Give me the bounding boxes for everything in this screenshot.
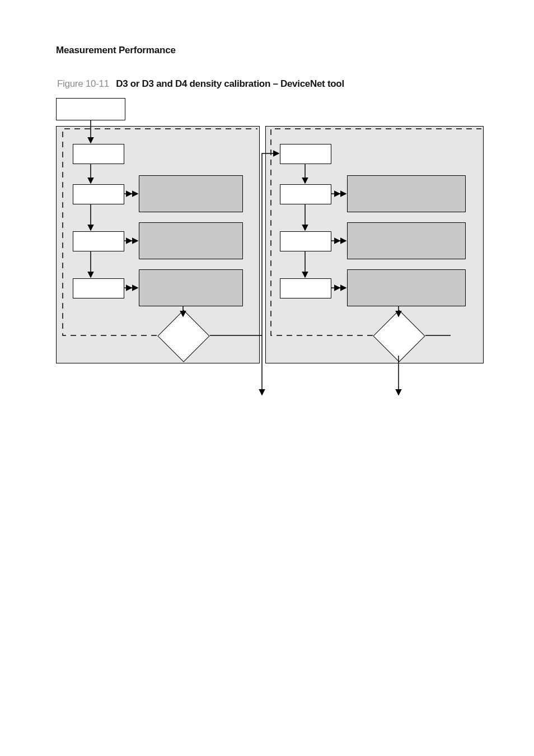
flowchart-arrows <box>56 98 484 406</box>
section-header: Measurement Performance <box>56 45 176 56</box>
figure-number: Figure 10-11 <box>57 78 109 89</box>
flowchart <box>56 98 484 406</box>
page: Measurement Performance Figure 10-11 D3 … <box>0 0 534 756</box>
figure-caption: D3 or D3 and D4 density calibration – De… <box>116 78 344 89</box>
figure-title: Figure 10-11 D3 or D3 and D4 density cal… <box>57 78 344 90</box>
